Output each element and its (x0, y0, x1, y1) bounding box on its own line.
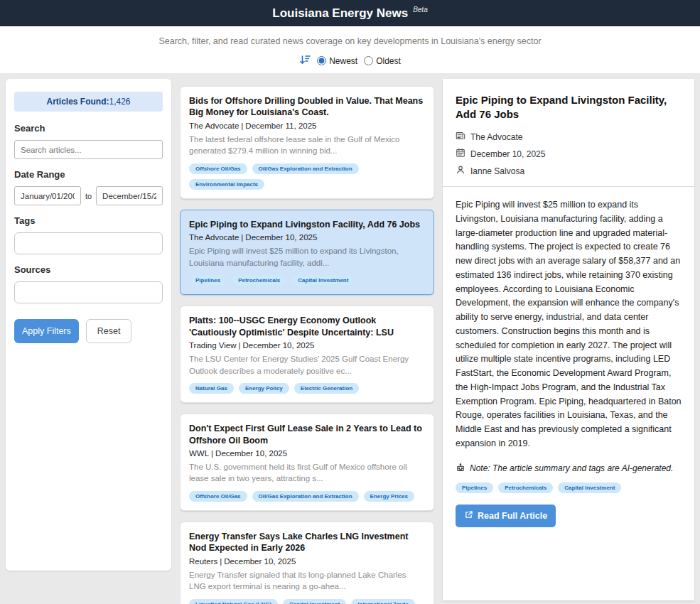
calendar-icon (456, 148, 465, 160)
article-date: December 10, 2025 (242, 341, 314, 350)
tag: Pipelines (456, 482, 493, 493)
tag: Oil/Gas Exploration and Extraction (252, 163, 359, 174)
article-meta: Reuters|December 10, 2025 (189, 557, 425, 566)
meta-separator: | (241, 233, 243, 242)
detail-tags: Pipelines Petrochemicals Capital Investm… (456, 482, 682, 493)
detail-date-row: December 10, 2025 (456, 148, 682, 160)
article-date: December 10, 2025 (215, 449, 287, 458)
tag: Offshore Oil/Gas (189, 491, 247, 502)
tag: Environmental Impacts (189, 179, 264, 190)
article-title: Epic Piping to Expand Livingston Facilit… (189, 219, 425, 230)
article-snippet: Epic Piping will invest $25 million to e… (189, 245, 425, 269)
ai-note-text: Note: The article summary and tags are A… (470, 463, 673, 473)
sort-radio-newest[interactable] (317, 56, 326, 65)
read-full-article-label: Read Full Article (478, 511, 547, 521)
filter-sidebar: Articles Found:1,426 Search Date Range t… (6, 79, 171, 571)
article-title: Bids for Offshore Drilling Doubled in Va… (189, 95, 425, 119)
sort-radio-oldest[interactable] (364, 56, 373, 65)
sort-icon (299, 54, 311, 68)
tag: Capital Investment (291, 275, 355, 286)
search-label: Search (14, 123, 163, 134)
detail-author: Ianne Salvosa (470, 166, 524, 176)
sources-input[interactable] (14, 281, 163, 303)
article-snippet: The U.S. government held its first Gulf … (189, 461, 425, 485)
tag: Energy Policy (239, 383, 289, 394)
article-source: The Advocate (189, 233, 239, 242)
detail-body: Epic Piping will invest $25 million to e… (456, 198, 682, 451)
detail-date: December 10, 2025 (470, 149, 545, 159)
meta-separator: | (241, 122, 243, 130)
subtitle: Search, filter, and read curated news co… (0, 36, 700, 46)
date-separator: to (85, 192, 92, 200)
tag: Pipelines (189, 275, 227, 286)
external-link-icon (464, 510, 473, 522)
filter-buttons: Apply Filters Reset (14, 319, 163, 343)
article-tags: Natural Gas Energy Policy Electric Gener… (189, 383, 425, 394)
detail-author-row: Ianne Salvosa (456, 165, 682, 177)
robot-icon (456, 463, 465, 475)
article-snippet: The LSU Center for Energy Studies' 2025 … (189, 353, 425, 377)
detail-divider (443, 186, 694, 187)
date-from-input[interactable] (14, 186, 81, 205)
article-source: Trading View (189, 341, 236, 350)
detail-source: The Advocate (470, 132, 522, 142)
sort-label-oldest: Oldest (376, 56, 401, 66)
article-tags: Offshore Oil/Gas Oil/Gas Exploration and… (189, 491, 425, 502)
article-tags: Pipelines Petrochemicals Capital Investm… (189, 275, 425, 286)
date-range-label: Date Range (14, 169, 163, 180)
article-detail-panel: Epic Piping to Expand Livingston Facilit… (443, 79, 694, 600)
tag: Natural Gas (189, 383, 234, 394)
article-snippet: Energy Transfer signaled that its long-p… (189, 569, 425, 593)
sort-label-newest: Newest (329, 56, 357, 66)
tag: Electric Generation (294, 383, 359, 394)
article-source: The Advocate (189, 122, 239, 130)
app-header: Louisiana Energy News Beta (0, 0, 700, 26)
sort-option-oldest: Oldest (364, 56, 401, 66)
apply-filters-button[interactable]: Apply Filters (14, 319, 79, 343)
search-input[interactable] (14, 140, 163, 159)
article-meta: The Advocate|December 10, 2025 (189, 233, 425, 242)
reset-button[interactable]: Reset (86, 319, 132, 343)
date-to-input[interactable] (96, 186, 163, 205)
article-card[interactable]: Platts: 100--USGC Energy Economy Outlook… (180, 306, 434, 403)
article-meta: WWL|December 10, 2025 (189, 449, 425, 458)
tag: Capital Investment (283, 599, 346, 604)
article-tags: Offshore Oil/Gas Oil/Gas Exploration and… (189, 163, 425, 190)
tag: Liquefied Natural Gas (LNG) (189, 599, 278, 604)
article-title: Platts: 100--USGC Energy Economy Outlook… (189, 315, 425, 338)
article-title: Don't Expect First Gulf Lease Sale in 2 … (189, 423, 425, 446)
articles-found-badge: Articles Found:1,426 (14, 92, 163, 112)
detail-source-row: The Advocate (456, 131, 682, 143)
articles-found-count: 1,426 (109, 97, 130, 107)
read-full-article-button[interactable]: Read Full Article (456, 505, 556, 527)
article-snippet: The latest federal offshore lease sale i… (189, 134, 425, 157)
ai-note: Note: The article summary and tags are A… (456, 463, 682, 475)
article-list: Bids for Offshore Drilling Doubled in Va… (180, 79, 434, 604)
tag: Offshore Oil/Gas (189, 163, 247, 174)
tag: Capital Investment (558, 482, 621, 493)
meta-separator: | (238, 341, 240, 350)
article-card[interactable]: Bids for Offshore Drilling Doubled in Va… (180, 86, 434, 199)
sort-controls: Newest Oldest (0, 54, 700, 68)
article-card[interactable]: Don't Expect First Gulf Lease Sale in 2 … (180, 414, 434, 511)
tag: International Trade (351, 599, 415, 604)
article-source: WWL (189, 449, 209, 458)
newspaper-icon (456, 131, 465, 143)
article-title: Energy Transfer Says Lake Charles LNG In… (189, 531, 425, 554)
top-band: Search, filter, and read curated news co… (0, 26, 700, 73)
tag: Petrochemicals (232, 275, 286, 286)
article-meta: The Advocate|December 11, 2025 (189, 122, 425, 130)
article-card-selected[interactable]: Epic Piping to Expand Livingston Facilit… (180, 210, 434, 296)
tag: Energy Prices (364, 491, 414, 502)
meta-separator: | (211, 449, 213, 458)
sources-label: Sources (14, 264, 163, 275)
date-range-row: to (14, 186, 163, 205)
detail-title: Epic Piping to Expand Livingston Facilit… (456, 93, 682, 121)
tag: Petrochemicals (498, 482, 553, 493)
article-date: December 10, 2025 (245, 233, 317, 242)
beta-badge: Beta (413, 6, 428, 14)
article-card[interactable]: Energy Transfer Says Lake Charles LNG In… (180, 522, 434, 604)
main-content: Articles Found:1,426 Search Date Range t… (0, 73, 700, 604)
tags-input[interactable] (14, 232, 163, 254)
article-date: December 10, 2025 (224, 557, 296, 566)
